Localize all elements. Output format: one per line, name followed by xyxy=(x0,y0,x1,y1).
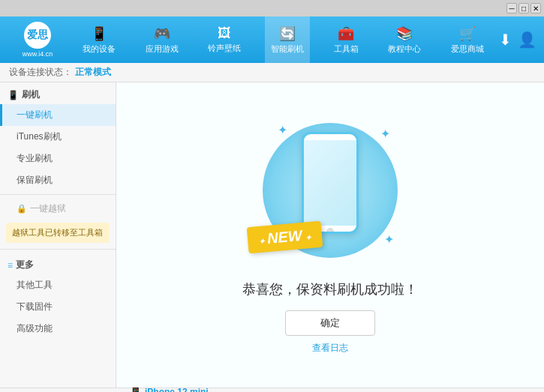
nav-shop[interactable]: 🛒 爱思商城 xyxy=(445,16,490,63)
nav-toolbox[interactable]: 🧰 工具箱 xyxy=(328,16,365,63)
nav-tutorials[interactable]: 📚 教程中心 xyxy=(382,16,427,63)
phone-home-button xyxy=(326,228,334,234)
nav-shop-icon: 🛒 xyxy=(459,25,476,42)
nav-smart-flash-icon: 🔄 xyxy=(279,25,296,42)
logo-subtext: www.i4.cn xyxy=(23,50,53,58)
sidebar-item-one-key-flash[interactable]: 一键刷机 xyxy=(0,104,116,126)
header: 爱思 www.i4.cn 📱 我的设备 🎮 应用游戏 🖼 铃声壁纸 🔄 智能刷机… xyxy=(0,16,544,63)
sidebar-divider-2 xyxy=(0,249,116,250)
maximize-button[interactable]: □ xyxy=(518,3,529,13)
sidebar-item-download-firmware[interactable]: 下载固件 xyxy=(0,296,116,318)
nav-apps-icon: 🎮 xyxy=(154,25,170,42)
nav-bar: 📱 我的设备 🎮 应用游戏 🖼 铃声壁纸 🔄 智能刷机 🧰 工具箱 📚 教程中心… xyxy=(68,16,499,63)
sidebar-flash-header: 📱 刷机 xyxy=(0,82,116,104)
nav-wallpaper[interactable]: 🖼 铃声壁纸 xyxy=(202,16,247,63)
title-bar: ─ □ ✕ xyxy=(0,0,544,16)
status-bar: 设备连接状态： 正常模式 xyxy=(0,63,544,82)
logo-area: 爱思 www.i4.cn xyxy=(8,22,68,58)
logo-icon: 爱思 xyxy=(24,22,51,49)
nav-wallpaper-icon: 🖼 xyxy=(218,25,231,41)
nav-toolbox-icon: 🧰 xyxy=(338,25,354,42)
nav-apps-label: 应用游戏 xyxy=(146,43,179,55)
sidebar-notice: 越狱工具已转移至工具箱 xyxy=(6,223,110,243)
phone-screen xyxy=(304,140,356,226)
sidebar-flash-icon: 📱 xyxy=(8,90,19,100)
nav-apps-games[interactable]: 🎮 应用游戏 xyxy=(140,16,185,63)
confirm-button[interactable]: 确定 xyxy=(285,310,375,336)
nav-my-device-icon: 📱 xyxy=(91,25,107,42)
nav-my-device[interactable]: 📱 我的设备 xyxy=(77,16,122,63)
minimize-button[interactable]: ─ xyxy=(506,3,517,13)
sidebar-item-other-tools[interactable]: 其他工具 xyxy=(0,274,116,296)
sidebar-more-icon: ≡ xyxy=(8,260,13,271)
sidebar: 📱 刷机 一键刷机 iTunes刷机 专业刷机 保留刷机 🔒 一键越狱 越狱工具… xyxy=(0,82,116,388)
sidebar-jailbreak-header: 🔒 一键越狱 xyxy=(0,198,116,220)
sidebar-item-save-flash[interactable]: 保留刷机 xyxy=(0,169,116,191)
sidebar-item-itunes-flash[interactable]: iTunes刷机 xyxy=(0,126,116,148)
status-label: 设备连接状态： xyxy=(9,66,72,79)
download-button[interactable]: ⬇ xyxy=(499,31,512,49)
header-right-actions: ⬇ 👤 xyxy=(499,31,536,49)
nav-smart-flash[interactable]: 🔄 智能刷机 xyxy=(265,16,310,63)
sidebar-item-advanced[interactable]: 高级功能 xyxy=(0,318,116,340)
user-button[interactable]: 👤 xyxy=(518,31,536,49)
success-text: 恭喜您，保资料刷机成功啦！ xyxy=(242,280,418,298)
nav-shop-label: 爱思商城 xyxy=(451,43,484,55)
phone-body xyxy=(302,132,359,234)
sparkle-3: ✦ xyxy=(384,232,394,247)
nav-tutorials-icon: 📚 xyxy=(396,25,413,42)
nav-smart-flash-label: 智能刷机 xyxy=(271,43,304,55)
sidebar-divider-1 xyxy=(0,194,116,195)
status-value: 正常模式 xyxy=(75,66,111,79)
nav-toolbox-label: 工具箱 xyxy=(334,43,359,55)
sidebar-more-header: ≡ 更多 xyxy=(0,253,116,274)
bottom-bar: 自动敷送 跳过向导 📱 iPhone 12 mini 64GB Down-12m… xyxy=(0,388,544,392)
sidebar-item-pro-flash[interactable]: 专业刷机 xyxy=(0,148,116,169)
view-log-link[interactable]: 查看日志 xyxy=(312,342,348,355)
nav-tutorials-label: 教程中心 xyxy=(388,43,421,55)
nav-my-device-label: 我的设备 xyxy=(83,43,116,55)
sparkle-1: ✦ xyxy=(278,123,287,137)
lock-icon: 🔒 xyxy=(17,204,27,214)
content-area: NEW ✦ ✦ ✦ 恭喜您，保资料刷机成功啦！ 确定 查看日志 xyxy=(116,82,544,388)
main-layout: 📱 刷机 一键刷机 iTunes刷机 专业刷机 保留刷机 🔒 一键越狱 越狱工具… xyxy=(0,82,544,388)
sparkle-2: ✦ xyxy=(380,127,390,141)
nav-wallpaper-label: 铃声壁纸 xyxy=(208,43,241,54)
close-button[interactable]: ✕ xyxy=(530,3,541,13)
phone-illustration: NEW ✦ ✦ ✦ xyxy=(255,115,405,265)
